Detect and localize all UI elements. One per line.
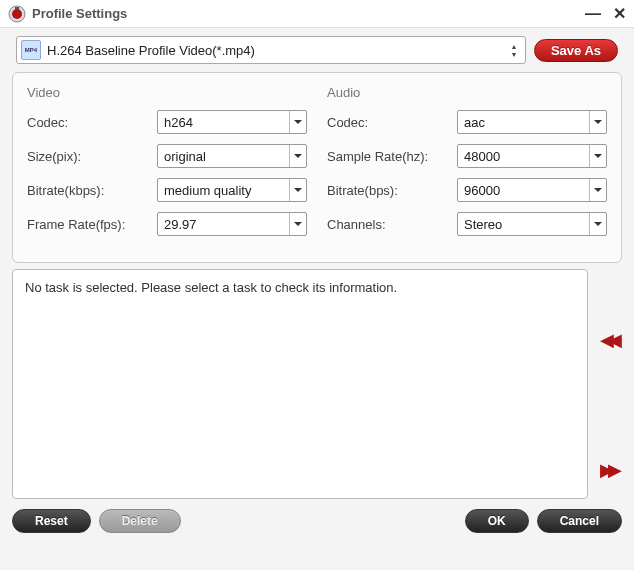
- audio-channels-value: Stereo: [464, 217, 589, 232]
- delete-button[interactable]: Delete: [99, 509, 181, 533]
- chevron-down-icon: [289, 145, 302, 167]
- audio-section-label: Audio: [327, 85, 607, 100]
- audio-codec-label: Codec:: [327, 115, 457, 130]
- svg-rect-2: [15, 7, 19, 10]
- chevron-down-icon: [589, 111, 602, 133]
- window-title: Profile Settings: [32, 6, 585, 21]
- video-section: Video Codec: h264 Size(pix): original Bi…: [27, 85, 307, 246]
- audio-bitrate-select[interactable]: 96000: [457, 178, 607, 202]
- video-codec-label: Codec:: [27, 115, 157, 130]
- video-framerate-label: Frame Rate(fps):: [27, 217, 157, 232]
- audio-codec-value: aac: [464, 115, 589, 130]
- close-button[interactable]: ✕: [613, 4, 626, 23]
- profile-spinner[interactable]: ▲ ▼: [507, 43, 521, 58]
- audio-samplerate-label: Sample Rate(hz):: [327, 149, 457, 164]
- chevron-down-icon: [289, 213, 302, 235]
- titlebar: Profile Settings — ✕: [0, 0, 634, 28]
- cancel-button[interactable]: Cancel: [537, 509, 622, 533]
- profile-selected-text: H.264 Baseline Profile Video(*.mp4): [47, 43, 507, 58]
- audio-channels-select[interactable]: Stereo: [457, 212, 607, 236]
- task-info-message: No task is selected. Please select a tas…: [25, 280, 397, 295]
- chevron-down-icon: [589, 179, 602, 201]
- video-section-label: Video: [27, 85, 307, 100]
- chevron-down-icon: [589, 213, 602, 235]
- settings-panel: Video Codec: h264 Size(pix): original Bi…: [12, 72, 622, 263]
- app-icon: [8, 5, 26, 23]
- video-size-value: original: [164, 149, 289, 164]
- prev-task-button[interactable]: ◀◀: [594, 329, 622, 351]
- audio-section: Audio Codec: aac Sample Rate(hz): 48000 …: [327, 85, 607, 246]
- chevron-down-icon: [589, 145, 602, 167]
- ok-button[interactable]: OK: [465, 509, 529, 533]
- video-framerate-value: 29.97: [164, 217, 289, 232]
- audio-channels-label: Channels:: [327, 217, 457, 232]
- video-bitrate-value: medium quality: [164, 183, 289, 198]
- reset-button[interactable]: Reset: [12, 509, 91, 533]
- audio-bitrate-label: Bitrate(bps):: [327, 183, 457, 198]
- spinner-up-icon[interactable]: ▲: [507, 43, 521, 50]
- chevron-down-icon: [289, 111, 302, 133]
- save-as-button[interactable]: Save As: [534, 39, 618, 62]
- video-bitrate-select[interactable]: medium quality: [157, 178, 307, 202]
- chevron-down-icon: [289, 179, 302, 201]
- video-framerate-select[interactable]: 29.97: [157, 212, 307, 236]
- video-bitrate-label: Bitrate(kbps):: [27, 183, 157, 198]
- task-info-panel: No task is selected. Please select a tas…: [12, 269, 588, 499]
- button-bar: Reset Delete OK Cancel: [0, 499, 634, 543]
- video-codec-value: h264: [164, 115, 289, 130]
- profile-select[interactable]: MP4 H.264 Baseline Profile Video(*.mp4) …: [16, 36, 526, 64]
- video-codec-select[interactable]: h264: [157, 110, 307, 134]
- audio-samplerate-value: 48000: [464, 149, 589, 164]
- svg-point-1: [12, 9, 22, 19]
- audio-samplerate-select[interactable]: 48000: [457, 144, 607, 168]
- video-size-label: Size(pix):: [27, 149, 157, 164]
- audio-codec-select[interactable]: aac: [457, 110, 607, 134]
- video-size-select[interactable]: original: [157, 144, 307, 168]
- audio-bitrate-value: 96000: [464, 183, 589, 198]
- minimize-button[interactable]: —: [585, 5, 601, 23]
- profile-format-icon: MP4: [21, 40, 41, 60]
- next-task-button[interactable]: ▶▶: [594, 459, 622, 481]
- spinner-down-icon[interactable]: ▼: [507, 51, 521, 58]
